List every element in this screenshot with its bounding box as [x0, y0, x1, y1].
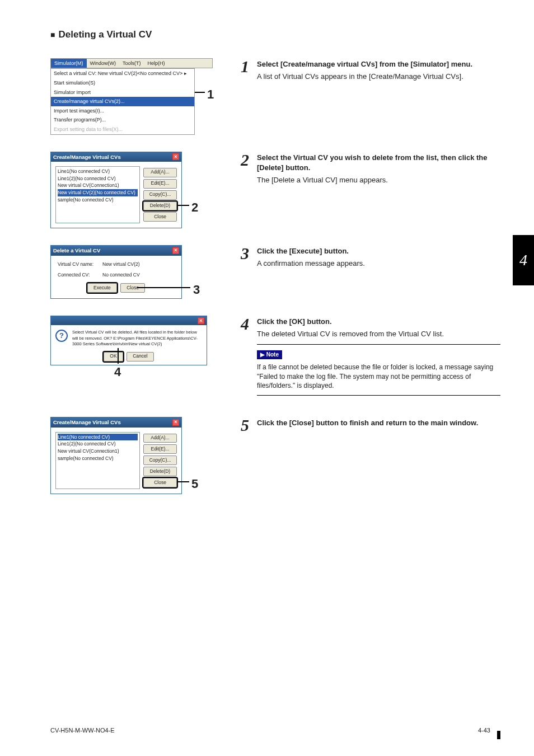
callout-5: 5: [191, 476, 198, 493]
menu-window[interactable]: Window(W): [87, 59, 120, 68]
step-number-4: 4: [241, 316, 249, 400]
delete-window-title: Delete a Virtual CV ×: [51, 246, 181, 255]
menu-help[interactable]: Help(H): [144, 59, 168, 68]
step-number-5: 5: [241, 417, 249, 434]
note-label: ▶ Note: [257, 350, 282, 359]
step-3-body: A confirmation message appears.: [257, 259, 500, 269]
callout-4: 4: [114, 364, 121, 381]
add-button[interactable]: Add(A)...: [143, 168, 177, 177]
menu-bar: Simulator(M) Window(W) Tools(T) Help(H): [50, 58, 213, 69]
close-icon[interactable]: ×: [198, 317, 204, 324]
menu-item[interactable]: Import test images(I)...: [51, 106, 194, 116]
list-item[interactable]: New virtual CV(Connection1): [58, 182, 138, 189]
step-4-body: The deleted Virtual CV is removed from t…: [257, 329, 500, 339]
menu-item[interactable]: Transfer programs(P)...: [51, 115, 194, 125]
close-button[interactable]: Close: [143, 478, 177, 487]
menu-item[interactable]: Select a virtual CV: New virtual CV(2)<N…: [51, 69, 194, 78]
close-icon[interactable]: ×: [172, 419, 179, 426]
step-4-title: Click the [OK] button.: [257, 317, 500, 327]
chapter-tab: 4: [513, 235, 534, 285]
delete-button[interactable]: Delete(D): [143, 201, 177, 211]
close-button[interactable]: Close: [143, 212, 177, 222]
menu-item[interactable]: Start simulation(S): [51, 78, 194, 88]
copy-button[interactable]: Copy(C)...: [143, 456, 177, 465]
list-item[interactable]: New virtual CV(Connection1): [58, 448, 138, 455]
menu-item[interactable]: Simulator Import: [51, 88, 194, 97]
close-icon[interactable]: ×: [172, 153, 179, 160]
step-1-title: Select [Create/manage virtual CVs] from …: [257, 59, 500, 69]
confirm-message: Select Virtual CV will be deleted. All f…: [72, 330, 202, 348]
step-number-2: 2: [241, 152, 249, 186]
edit-button[interactable]: Edit(E)...: [143, 444, 177, 454]
ok-button[interactable]: OK: [104, 352, 123, 361]
menu-tools[interactable]: Tools(T): [119, 59, 144, 68]
menu-item-create-manage[interactable]: Create/manage virtual CVs(2)...: [51, 97, 194, 106]
footer-right: 4-43: [478, 726, 490, 735]
step-3-title: Click the [Execute] button.: [257, 246, 500, 256]
copy-button[interactable]: Copy(C)...: [143, 190, 177, 200]
step-2-title: Select the Virtual CV you wish to delete…: [257, 153, 500, 173]
menu-simulator[interactable]: Simulator(M): [51, 59, 87, 68]
label: Virtual CV name:: [58, 261, 102, 268]
execute-button[interactable]: Execute: [87, 283, 117, 293]
note-text: If a file cannot be deleted because the …: [257, 363, 500, 391]
add-button[interactable]: Add(A)...: [143, 434, 177, 443]
section-title: ■Deleting a Virtual CV: [50, 28, 500, 41]
delete-button[interactable]: Delete(D): [143, 467, 177, 476]
question-icon: ?: [55, 330, 68, 342]
callout-1: 1: [207, 86, 214, 104]
step-2-body: The [Delete a Virtual CV] menu appears.: [257, 175, 500, 185]
callout-2: 2: [191, 199, 198, 217]
step-1-body: A list of Virtual CVs appears in the [Cr…: [257, 72, 500, 82]
value: New virtual CV(2): [102, 261, 140, 268]
list-item[interactable]: sample(No connected CV): [58, 196, 138, 204]
value: No connected CV: [102, 272, 140, 279]
page-corner-marker: [497, 728, 500, 739]
menu-dropdown: Select a virtual CV: New virtual CV(2)<N…: [50, 68, 195, 134]
cancel-button[interactable]: Cancel: [127, 352, 153, 361]
callout-3: 3: [193, 281, 200, 299]
virtual-cv-list-2[interactable]: Line1(No connected CV) Line1(2)(No conne…: [55, 432, 140, 489]
step-5-title: Click the [Close] button to finish and r…: [257, 418, 500, 428]
confirm-title: ×: [51, 316, 207, 325]
list-item[interactable]: sample(No connected CV): [58, 455, 138, 462]
step-number-1: 1: [241, 58, 249, 82]
manage-window-title-2: Create/Manage Virtual CVs ×: [51, 417, 181, 427]
footer-left: CV-H5N-M-WW-NO4-E: [50, 726, 115, 735]
close-icon[interactable]: ×: [172, 247, 179, 254]
list-item-selected[interactable]: New virtual CV(2)(No connected CV): [58, 189, 138, 196]
list-item-selected[interactable]: Line1(No connected CV): [58, 434, 138, 441]
list-item[interactable]: Line1(2)(No connected CV): [58, 175, 138, 182]
list-item[interactable]: Line1(No connected CV): [58, 168, 138, 175]
label: Connected CV:: [58, 272, 102, 279]
step-number-3: 3: [241, 245, 249, 269]
menu-item-disabled: Export setting data to files(X)...: [51, 125, 194, 134]
edit-button[interactable]: Edit(E)...: [143, 179, 177, 189]
list-item[interactable]: Line1(2)(No connected CV): [58, 440, 138, 448]
virtual-cv-list[interactable]: Line1(No connected CV) Line1(2)(No conne…: [55, 166, 140, 223]
manage-window-title: Create/Manage Virtual CVs ×: [51, 152, 181, 162]
